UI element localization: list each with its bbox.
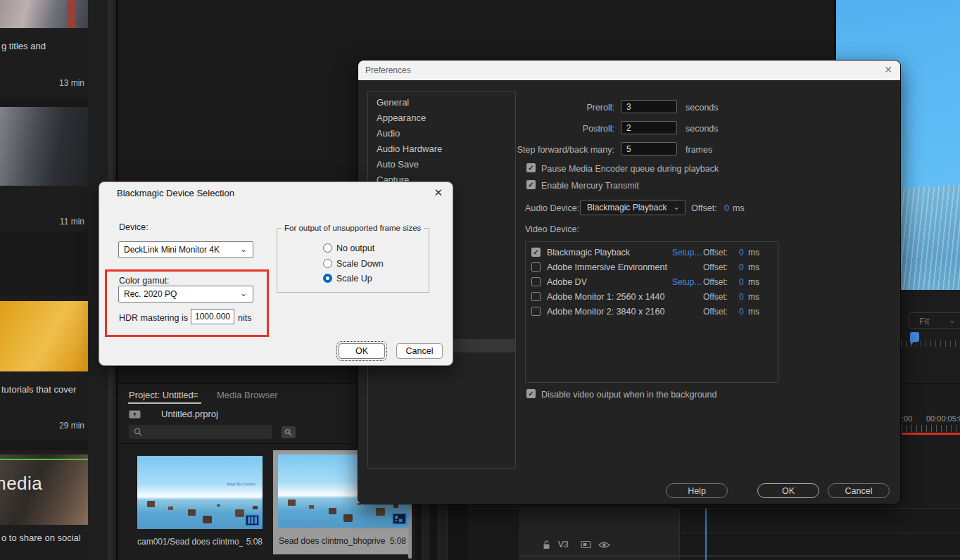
device-offset-unit: ms [748, 262, 759, 272]
learn-card[interactable]: 11 min [0, 107, 88, 232]
thumb-blocks [147, 501, 155, 507]
radio-scale-up-label[interactable]: Scale Up [336, 274, 372, 284]
tab-project[interactable]: Project: Untitled [129, 390, 194, 400]
device-name: Adobe DV [547, 277, 587, 287]
film-clip-icon [245, 514, 260, 526]
clip-item[interactable]: Map By Clinton cam001/Sead does clintmo_… [130, 452, 271, 553]
track-row-v2[interactable]: V2 [519, 556, 960, 560]
device-offset-value[interactable]: 0 [739, 277, 744, 287]
radio-no-output[interactable] [323, 243, 332, 253]
dialog-titlebar[interactable]: Preferences ✕ [358, 61, 900, 80]
mercury-transmit-checkbox[interactable]: ✓ [526, 180, 536, 189]
lock-icon[interactable] [543, 540, 550, 549]
device-offset-label: Offset: [703, 262, 728, 272]
device-setup-link[interactable]: Setup… [672, 277, 702, 287]
learn-card[interactable]: media o to share on social [0, 450, 88, 560]
tutorial-text: g titles and [1, 41, 46, 51]
radio-scale-down[interactable] [323, 259, 332, 268]
category-auto-save[interactable]: Auto Save [369, 157, 515, 172]
device-offset-label: Offset: [703, 292, 728, 302]
audio-device-dropdown[interactable]: Blackmagic Playback ⌄ [580, 200, 686, 215]
audio-offset-value[interactable]: 0 [724, 203, 729, 213]
tutorial-duration: 13 min [59, 78, 84, 88]
ok-button[interactable]: OK [757, 483, 819, 498]
tab-media-browser[interactable]: Media Browser [217, 390, 278, 400]
video-device-row: Adobe Immersive Environment Offset: 0 ms [526, 260, 778, 274]
radio-scale-down-label[interactable]: Scale Down [336, 259, 384, 269]
device-offset-value[interactable]: 0 [739, 307, 744, 317]
device-checkbox[interactable]: ✓ [531, 248, 541, 257]
search-icon [284, 428, 292, 436]
disable-bg-output-checkbox[interactable]: ✓ [526, 389, 536, 398]
panel-menu-icon[interactable]: ≡ [193, 392, 201, 398]
device-checkbox[interactable] [531, 262, 541, 272]
tutorial-text: tutorials that cover [1, 384, 76, 395]
thumbnail-overlay-text: media [0, 473, 42, 495]
search-icon [134, 428, 142, 436]
tutorial-duration: 29 min [59, 421, 84, 431]
audio-offset-unit: ms [733, 203, 745, 213]
video-device-row: Adobe Monitor 2: 3840 x 2160 Offset: 0 m… [526, 305, 778, 319]
close-icon[interactable]: ✕ [434, 186, 443, 199]
video-device-list: ✓ Blackmagic Playback Setup… Offset: 0 m… [525, 241, 778, 383]
pause-encoder-checkbox[interactable]: ✓ [526, 163, 536, 172]
device-offset-value[interactable]: 0 [739, 292, 744, 302]
clip-name: cam001/Sead does clintmo_… [137, 537, 243, 547]
active-tab-underline [128, 402, 201, 404]
step-unit: frames [686, 145, 712, 155]
project-file-name[interactable]: Untitled.prproj [161, 409, 218, 419]
timeline-ruler[interactable] [902, 425, 960, 432]
device-offset-value[interactable]: 0 [739, 262, 744, 272]
timeline-playhead[interactable] [705, 509, 707, 560]
chevron-down-icon: ⌄ [240, 288, 247, 298]
preroll-input[interactable]: 3 [621, 100, 677, 113]
cancel-button[interactable]: Cancel [396, 343, 443, 359]
render-bar-red [902, 433, 960, 435]
device-offset-value[interactable]: 0 [739, 248, 744, 257]
track-row-v3[interactable]: V3 [519, 533, 960, 556]
device-setup-link[interactable]: Setup… [672, 248, 702, 257]
folder-up-icon[interactable] [129, 409, 141, 419]
tutorial-thumbnail [0, 0, 88, 28]
cancel-button[interactable]: Cancel [828, 483, 890, 498]
disable-bg-output-label: Disable video output when in the backgro… [541, 390, 716, 400]
hdr-nits-input[interactable]: 1000.000 [191, 309, 234, 324]
hdr-nits-unit: nits [238, 313, 251, 323]
postroll-input[interactable]: 2 [621, 121, 677, 134]
close-icon[interactable]: ✕ [884, 64, 892, 75]
device-dropdown[interactable]: DeckLink Mini Monitor 4K ⌄ [118, 241, 253, 258]
monitor-playhead-icon[interactable] [910, 332, 919, 342]
step-label: Step forward/back many: [429, 145, 614, 155]
zoom-level-dropdown[interactable]: Fit ⌄ [909, 312, 960, 329]
help-button[interactable]: Help [666, 483, 728, 498]
learn-card[interactable]: g titles and 13 min [0, 0, 88, 98]
device-checkbox[interactable] [531, 277, 541, 286]
postroll-label: Postroll: [429, 124, 614, 134]
dialog-title: Blackmagic Device Selection [117, 188, 234, 198]
find-in-bin-button[interactable] [282, 426, 296, 438]
chevron-down-icon: ⌄ [949, 315, 956, 325]
ok-button[interactable]: OK [339, 343, 385, 359]
sync-lock-icon[interactable] [581, 540, 591, 549]
learn-card[interactable]: tutorials that cover 29 min [0, 295, 88, 440]
ruler-timecode: 00:00:05:0 [926, 414, 960, 423]
video-device-row: Adobe DV Setup… Offset: 0 ms [526, 275, 778, 289]
radio-no-output-label[interactable]: No output [336, 243, 374, 253]
audio-device-label: Audio Device: [525, 203, 579, 213]
device-label: Device: [119, 222, 149, 232]
color-gamut-dropdown[interactable]: Rec. 2020 PQ ⌄ [118, 286, 253, 303]
device-name: Adobe Immersive Environment [547, 262, 667, 272]
device-checkbox[interactable] [531, 307, 541, 316]
thumbnail-accent [67, 0, 76, 28]
device-name: Blackmagic Playback [547, 248, 630, 257]
eye-icon[interactable] [598, 541, 610, 549]
search-input[interactable] [129, 425, 272, 439]
device-offset-label: Offset: [703, 248, 728, 257]
project-scrollbar[interactable] [408, 523, 412, 559]
video-device-row: Adobe Monitor 1: 2560 x 1440 Offset: 0 m… [526, 290, 778, 304]
tutorial-text: o to share on social [1, 533, 81, 543]
step-input[interactable]: 5 [621, 142, 677, 155]
track-label[interactable]: V3 [558, 540, 569, 549]
device-checkbox[interactable] [531, 292, 541, 301]
radio-scale-up-selected[interactable] [323, 274, 332, 283]
